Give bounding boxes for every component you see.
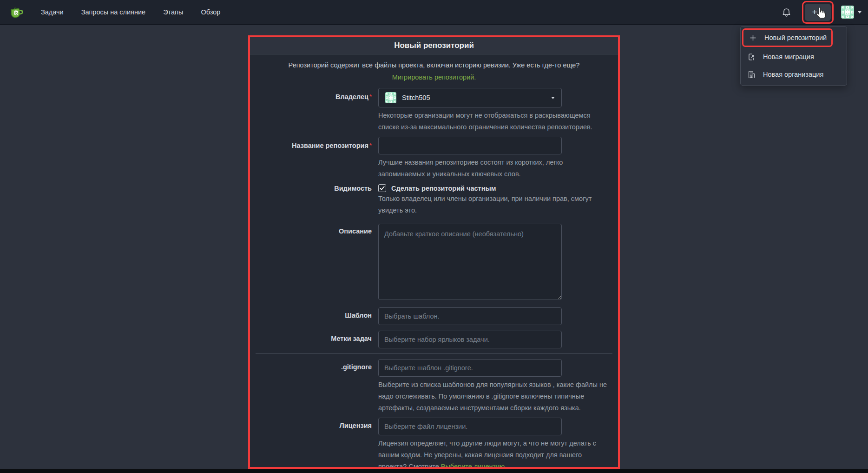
nav-item-issues[interactable]: Задачи (41, 8, 64, 16)
issue-labels-label: Метки задач (255, 331, 378, 348)
menu-item-new-migration[interactable]: Новая миграция (741, 48, 847, 66)
license-help-text: Лицензия определяет, что другие люди мог… (378, 438, 611, 469)
chevron-down-icon (551, 97, 555, 99)
template-label: Шаблон (255, 307, 378, 325)
nav-item-explore[interactable]: Обзор (201, 8, 220, 16)
private-checkbox[interactable] (378, 184, 386, 192)
issue-labels-input[interactable] (378, 331, 562, 348)
description-row: Описание (255, 224, 613, 302)
plus-icon (749, 33, 757, 42)
template-row: Шаблон (255, 307, 613, 325)
screen: Задачи Запросы на слияние Этапы Обзор + (0, 0, 868, 473)
nav-item-milestones[interactable]: Этапы (163, 8, 183, 16)
migrate-repository-link[interactable]: Мигрировать репозиторий. (392, 73, 476, 81)
create-new-dropdown: Новый репозиторий Новая миграция Новая о… (740, 26, 847, 86)
section-divider (256, 353, 612, 354)
required-asterisk: * (369, 142, 372, 149)
plus-icon: + (812, 7, 817, 17)
gitignore-row: .gitignore Выберите из списка шаблонов д… (255, 359, 613, 414)
repo-name-label: Название репозитория* (255, 137, 378, 180)
create-new-button[interactable]: + (805, 4, 831, 21)
choose-license-link[interactable]: Выберите лицензию. (441, 463, 506, 469)
visibility-label: Видимость (255, 184, 378, 216)
required-asterisk: * (369, 93, 372, 100)
repo-name-input[interactable] (378, 137, 562, 154)
menu-item-label: Новая организация (763, 71, 823, 78)
owner-avatar (385, 92, 396, 103)
notifications-bell-icon[interactable] (781, 7, 792, 18)
migrate-icon (747, 53, 756, 61)
gitignore-help-text: Выберите из списка шаблонов для популярн… (378, 379, 611, 414)
nav-right: + (781, 1, 861, 24)
menu-item-new-organization[interactable]: Новая организация (741, 66, 847, 83)
form-intro-text: Репозиторий содержит все файлы проекта, … (271, 59, 597, 83)
private-checkbox-row[interactable]: Сделать репозиторий частным (378, 184, 611, 192)
annotation-highlight-plus-button: + (802, 1, 834, 24)
template-input[interactable] (378, 307, 562, 325)
nav-links: Задачи Запросы на слияние Этапы Обзор (41, 8, 220, 16)
gitea-logo[interactable] (9, 5, 24, 20)
private-checkbox-label: Сделать репозиторий частным (391, 185, 496, 192)
repo-name-help-text: Лучшие названия репозиториев состоят из … (378, 157, 611, 180)
license-row: Лицензия Лицензия определяет, что другие… (255, 418, 613, 469)
owner-label: Владелец* (255, 88, 378, 133)
menu-item-label: Новая миграция (763, 53, 814, 60)
user-menu-chevron-icon[interactable] (858, 11, 861, 13)
form-titlebar: Новый репозиторий (250, 37, 618, 54)
gitignore-input[interactable] (378, 359, 562, 377)
license-label: Лицензия (255, 418, 378, 469)
nav-item-pull-requests[interactable]: Запросы на слияние (81, 8, 145, 16)
visibility-row: Видимость Сделать репозиторий частным То… (255, 184, 613, 216)
description-textarea[interactable] (378, 224, 562, 300)
top-navbar: Задачи Запросы на слияние Этапы Обзор + (0, 0, 868, 25)
check-icon (379, 185, 385, 191)
annotation-highlight-new-repo-form: Новый репозиторий Репозиторий содержит в… (248, 35, 620, 469)
chevron-down-icon (820, 11, 824, 13)
license-input[interactable] (378, 418, 562, 435)
description-label: Описание (255, 224, 378, 302)
gitignore-label: .gitignore (255, 359, 378, 414)
owner-help-text: Некоторые организации могут не отображат… (378, 110, 611, 133)
owner-row: Владелец* (255, 88, 613, 133)
owner-value: Stitch505 (402, 94, 546, 101)
new-repository-form: Репозиторий содержит все файлы проекта, … (250, 59, 618, 469)
owner-select[interactable]: Stitch505 (378, 88, 562, 107)
repo-name-row: Название репозитория* Лучшие названия ре… (255, 137, 613, 180)
user-avatar[interactable] (841, 6, 854, 19)
issue-labels-row: Метки задач (255, 331, 613, 348)
organization-icon (747, 70, 756, 79)
visibility-help-text: Только владелец или члены организации, п… (378, 193, 611, 216)
page-title: Новый репозиторий (255, 41, 613, 50)
menu-item-new-repository[interactable]: Новый репозиторий (743, 30, 831, 46)
annotation-highlight-new-repo-item: Новый репозиторий (742, 28, 833, 47)
viewport-bottom-strip (0, 469, 868, 473)
menu-item-label: Новый репозиторий (764, 34, 827, 41)
